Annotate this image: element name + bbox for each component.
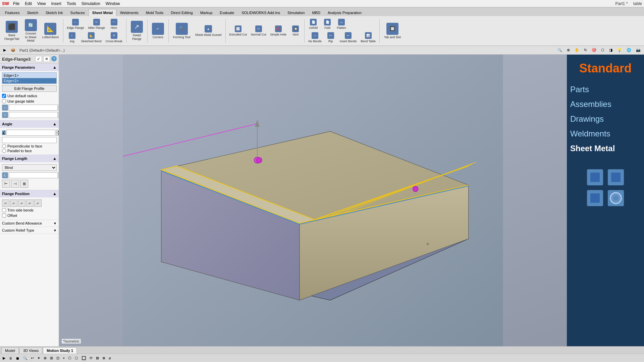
view-light-btn[interactable]: 💡 [615, 47, 624, 53]
use-default-radius-checkbox[interactable] [2, 94, 6, 98]
bt-btn-6[interactable]: ✦ [36, 355, 42, 361]
ribbon-btn-sketched-bend[interactable]: 📐 Sketched Bend [79, 31, 103, 44]
tab-sketch-ink[interactable]: Sketch Ink [42, 9, 66, 16]
view-3d-btn[interactable]: 🎯 [590, 47, 598, 53]
tab-sketch[interactable]: Sketch [23, 9, 42, 16]
tab-model[interactable]: Model [1, 347, 19, 354]
pos-btn-3[interactable]: ⌐ [18, 199, 25, 207]
custom-relief-type-row[interactable]: Custom Relief Type ▼ [0, 227, 59, 234]
ribbon-btn-flatten[interactable]: ▭ Flatten [335, 18, 348, 31]
ribbon-btn-tab-and-slot[interactable]: 🔲 Tab and Slot [382, 21, 403, 41]
brand-item-weldments[interactable]: Weldments [570, 126, 641, 141]
view-search-btn[interactable]: 🔍 [555, 47, 564, 53]
ribbon-btn-edge-flange[interactable]: ⌐ Edge Flange [65, 18, 86, 31]
ribbon-btn-forming-tool[interactable]: 🔨 Forming Tool [171, 21, 193, 41]
brand-item-assemblies[interactable]: Assemblies [570, 97, 641, 112]
thickness-input[interactable]: 0.05in [9, 112, 58, 118]
menu-insert[interactable]: Insert [51, 1, 61, 6]
offset-checkbox[interactable] [2, 214, 6, 218]
menu-window[interactable]: Window [106, 1, 120, 6]
angle-header[interactable]: Angle ▲ [0, 120, 59, 128]
brand-item-parts[interactable]: Parts [570, 82, 641, 97]
menu-edit[interactable]: Edit [25, 1, 32, 6]
tab-analysis-prep[interactable]: Analysis Preparation [324, 9, 365, 16]
bt-btn-2[interactable]: ⏸ [7, 356, 14, 361]
bt-btn-15[interactable]: ⊠ [95, 355, 100, 361]
pos-btn-2[interactable]: ⌐ [10, 199, 17, 207]
flange-position-header[interactable]: Flange Position ▲ [0, 190, 59, 197]
tab-evaluate[interactable]: Evaluate [216, 9, 238, 16]
tab-weldments[interactable]: Weldments [116, 9, 142, 16]
confirm-button[interactable]: ✓ [35, 56, 42, 62]
radius-input[interactable]: 0.11811024in [9, 105, 58, 111]
flange-length-header[interactable]: Flange Length ▲ [0, 155, 59, 162]
tree-toggle-btn[interactable]: ▶ [1, 47, 8, 53]
cancel-button[interactable]: ✕ [43, 56, 50, 62]
bt-btn-9[interactable]: ⊡ [55, 355, 61, 361]
bt-btn-5[interactable]: ↩ [30, 355, 35, 361]
view-scene-btn[interactable]: 🌐 [625, 47, 633, 53]
bt-btn-4[interactable]: 🔍 [21, 355, 29, 361]
bt-btn-3[interactable]: ⏹ [14, 356, 21, 361]
menu-tools[interactable]: Tools [67, 1, 76, 6]
ribbon-btn-normal-cut[interactable]: ✂ Normal Cut [249, 24, 268, 37]
ribbon-btn-vent[interactable]: 🔲 Vent [289, 24, 302, 37]
use-gauge-table-checkbox[interactable] [2, 99, 6, 103]
ribbon-btn-base-flange[interactable]: ⬛ BaseFlange/Tab [2, 19, 22, 43]
length-type-select[interactable]: Blind Up to Vertex Up to Surface Offset … [2, 164, 57, 171]
angle-up-btn[interactable]: ▲ [56, 130, 59, 133]
bt-btn-12[interactable]: ⬡ [73, 355, 79, 361]
tab-surfaces[interactable]: Surfaces [66, 9, 88, 16]
angle-down-btn[interactable]: ▼ [56, 133, 59, 136]
trim-side-bends-checkbox[interactable] [2, 208, 6, 212]
tab-features[interactable]: Features [1, 9, 23, 16]
angle-input[interactable]: 90.00deg [6, 130, 55, 136]
parallel-radio[interactable] [2, 149, 6, 153]
length-opt-btn-3[interactable]: ⊞ [20, 180, 28, 188]
view-section-btn[interactable]: ⬡ [599, 47, 606, 53]
pos-btn-4[interactable]: ⌐ [26, 199, 34, 207]
tab-mold-tools[interactable]: Mold Tools [142, 9, 167, 16]
tab-motion-study[interactable]: Motion Study 1 [43, 347, 77, 354]
view-rotate-btn[interactable]: ↻ [582, 47, 589, 53]
view-zoom-area-btn[interactable]: ⊕ [565, 47, 572, 53]
ribbon-btn-no-bends[interactable]: — No Bends [307, 31, 323, 44]
view-pan-btn[interactable]: ✋ [573, 47, 581, 53]
tab-markup[interactable]: Markup [197, 9, 216, 16]
help-icon[interactable]: ? [51, 56, 57, 61]
menu-file[interactable]: File [13, 1, 19, 6]
tab-direct-editing[interactable]: Direct Editing [167, 9, 196, 16]
ribbon-btn-lofted-bend[interactable]: 📐 Lofted-Bend [40, 21, 61, 41]
bt-btn-8[interactable]: ⊞ [49, 355, 54, 361]
bt-btn-1[interactable]: ▶ [1, 355, 7, 361]
view-display-btn[interactable]: ◨ [607, 47, 614, 53]
ribbon-btn-fold[interactable]: 📄 Fold [321, 18, 334, 31]
part-icon[interactable]: 📦 [9, 47, 17, 53]
ribbon-btn-unfold[interactable]: 📄 Unfold [307, 18, 320, 31]
tab-simulation[interactable]: Simulation [284, 9, 308, 16]
ribbon-btn-cross-break[interactable]: ✕ Cross-Break [104, 31, 124, 44]
length-opt-btn-2[interactable]: ⊣ [11, 180, 19, 188]
ribbon-btn-sheet-metal-gusset[interactable]: ▲ Sheet Metal Gusset [194, 24, 223, 38]
bt-btn-17[interactable]: ⌀ [107, 355, 112, 361]
angle-extra-input[interactable] [2, 137, 57, 143]
edit-flange-profile-btn[interactable]: Edit Flange Profile [2, 85, 57, 92]
tab-mbd[interactable]: MBD [308, 9, 324, 16]
pos-btn-1[interactable]: ⌐ [2, 199, 9, 207]
brand-item-drawings[interactable]: Drawings [570, 112, 641, 126]
ribbon-btn-swept-flange[interactable]: ↗ SweptFlange [128, 19, 145, 43]
ribbon-btn-extruded-cut[interactable]: ⬜ Extruded Cut [228, 24, 249, 37]
ribbon-btn-rip[interactable]: ✂ Rip [324, 31, 337, 44]
bt-btn-14[interactable]: ⟳ [88, 355, 94, 361]
pos-btn-5[interactable]: ⌐ [34, 199, 42, 207]
ribbon-btn-miter-flange[interactable]: ✂ Miter Flange [87, 18, 107, 31]
edge-item-1[interactable]: Edge<1> [2, 73, 56, 78]
ribbon-btn-insert-bends[interactable]: ↩ Insert Bends [338, 31, 359, 44]
length-opt-btn-1[interactable]: ⊢ [2, 180, 10, 188]
ribbon-btn-hem[interactable]: 〰 Hem [107, 18, 121, 31]
bt-btn-7[interactable]: ⊕ [42, 355, 48, 361]
ribbon-btn-simple-hole[interactable]: ⭕ Simple Hole [269, 24, 288, 37]
menu-simulation[interactable]: Simulation [82, 1, 100, 6]
bt-btn-13[interactable]: 🔲 [80, 355, 88, 361]
3d-viewport[interactable]: + *Isometric [59, 55, 567, 346]
